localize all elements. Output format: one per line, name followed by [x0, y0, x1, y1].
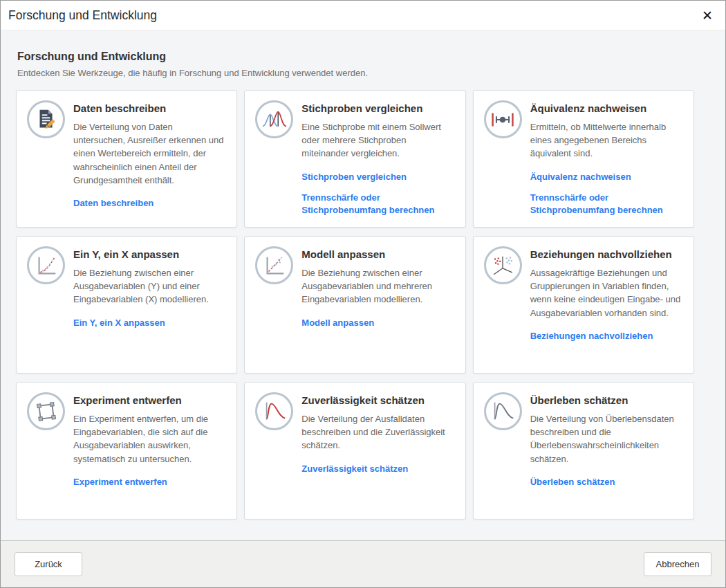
card-body: Daten beschreiben Die Verteilung von Dat… [73, 100, 226, 217]
card-description: Ermitteln, ob Mittelwerte innerhalb eine… [530, 120, 683, 160]
card-aequivalenz-nachweisen: Äquivalenz nachweisen Ermitteln, ob Mitt… [473, 90, 694, 228]
card-description: Die Verteilung der Ausfalldaten beschrei… [301, 412, 454, 452]
card-link-modell-anpassen[interactable]: Modell anpassen [301, 317, 454, 329]
reliability-distribution-icon [255, 392, 293, 430]
tool-card-grid: Daten beschreiben Die Verteilung von Dat… [16, 90, 694, 520]
close-icon[interactable]: ✕ [699, 8, 716, 24]
card-modell-anpassen: Modell anpassen Die Beziehung zwischen e… [244, 236, 465, 374]
card-body: Experiment entwerfen Ein Experiment entw… [73, 392, 226, 509]
card-link-stichproben-vergleichen[interactable]: Stichproben vergleichen [301, 171, 454, 183]
card-description: Die Beziehung zwischen einer Ausgabevari… [301, 266, 454, 306]
window-title: Forschung und Entwicklung [8, 8, 157, 23]
scatter-curve-icon [27, 246, 65, 284]
card-description: Aussagekräftige Beziehungen und Gruppier… [530, 266, 683, 320]
card-link-zuverlaessigkeit-schaetzen[interactable]: Zuverlässigkeit schätzen [301, 463, 454, 475]
card-link-trennschaerfe-berechnen[interactable]: Trennschärfe oder Stichprobenumfang bere… [301, 192, 454, 216]
dialog-content: Forschung und Entwicklung Entdecken Sie … [1, 30, 725, 540]
dialog-window: Forschung und Entwicklung ✕ Forschung un… [0, 0, 726, 588]
card-title: Ein Y, ein X anpassen [73, 248, 226, 260]
card-body: Überleben schätzen Die Verteilung von Üb… [530, 392, 683, 509]
distribution-curves-icon [255, 100, 293, 138]
card-link-experiment-entwerfen[interactable]: Experiment entwerfen [73, 476, 226, 488]
card-title: Zuverlässigkeit schätzen [301, 394, 454, 406]
card-body: Zuverlässigkeit schätzen Die Verteilung … [301, 392, 454, 509]
card-title: Daten beschreiben [73, 102, 226, 114]
card-description: Die Beziehung zwischen einer Ausgabevari… [73, 266, 226, 306]
card-ueberleben-schaetzen: Überleben schätzen Die Verteilung von Üb… [473, 382, 694, 520]
card-body: Ein Y, ein X anpassen Die Beziehung zwis… [73, 246, 226, 363]
card-experiment-entwerfen: Experiment entwerfen Ein Experiment entw… [16, 382, 237, 520]
card-title: Überleben schätzen [530, 394, 683, 406]
card-link-ein-y-ein-x-anpassen[interactable]: Ein Y, ein X anpassen [73, 317, 226, 329]
document-pencil-icon [27, 100, 65, 138]
card-body: Stichproben vergleichen Eine Stichprobe … [301, 100, 454, 217]
card-zuverlaessigkeit-schaetzen: Zuverlässigkeit schätzen Die Verteilung … [244, 382, 465, 520]
card-title: Modell anpassen [301, 248, 454, 260]
card-body: Äquivalenz nachweisen Ermitteln, ob Mitt… [530, 100, 683, 217]
dialog-footer: Zurück Abbrechen [1, 540, 725, 587]
equivalence-interval-icon [484, 100, 522, 138]
card-title: Stichproben vergleichen [301, 102, 454, 114]
card-ein-y-ein-x-anpassen: Ein Y, ein X anpassen Die Beziehung zwis… [16, 236, 237, 374]
3d-scatter-icon [484, 246, 522, 284]
card-link-beziehungen-nachvollziehen[interactable]: Beziehungen nachvollziehen [530, 330, 683, 342]
card-title: Äquivalenz nachweisen [530, 102, 683, 114]
card-beziehungen-nachvollziehen: Beziehungen nachvollziehen Aussagekräfti… [473, 236, 694, 374]
card-title: Experiment entwerfen [73, 394, 226, 406]
card-link-daten-beschreiben[interactable]: Daten beschreiben [73, 197, 226, 210]
titlebar: Forschung und Entwicklung ✕ [1, 1, 725, 30]
card-title: Beziehungen nachvollziehen [530, 248, 683, 260]
card-description: Ein Experiment entwerfen, um die Eingabe… [73, 412, 226, 466]
fitted-line-icon [255, 246, 293, 284]
survival-distribution-icon [484, 392, 522, 430]
card-description: Die Verteilung von Daten untersuchen, Au… [73, 120, 226, 187]
design-square-icon [27, 392, 65, 430]
card-body: Modell anpassen Die Beziehung zwischen e… [301, 246, 454, 363]
card-body: Beziehungen nachvollziehen Aussagekräfti… [530, 246, 683, 363]
page-title: Forschung und Entwicklung [17, 50, 694, 63]
card-link-ueberleben-schaetzen[interactable]: Überleben schätzen [530, 476, 683, 488]
back-button[interactable]: Zurück [15, 552, 82, 576]
card-daten-beschreiben: Daten beschreiben Die Verteilung von Dat… [16, 90, 237, 228]
card-link-trennschaerfe-berechnen[interactable]: Trennschärfe oder Stichprobenumfang bere… [530, 192, 683, 216]
card-link-aequivalenz-nachweisen[interactable]: Äquivalenz nachweisen [530, 171, 683, 183]
cancel-button[interactable]: Abbrechen [644, 552, 711, 576]
card-description: Eine Stichprobe mit einem Sollwert oder … [301, 120, 454, 160]
card-stichproben-vergleichen: Stichproben vergleichen Eine Stichprobe … [244, 90, 465, 228]
card-description: Die Verteilung von Überlebensdaten besch… [530, 412, 683, 466]
page-subtitle: Entdecken Sie Werkzeuge, die häufig in F… [17, 68, 694, 78]
